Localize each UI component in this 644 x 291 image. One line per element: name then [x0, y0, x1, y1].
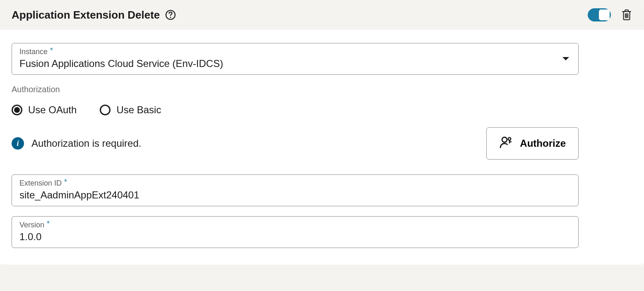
- authorization-info-text: Authorization is required.: [31, 138, 141, 149]
- authorize-button[interactable]: Authorize: [486, 127, 579, 160]
- instance-value: Fusion Applications Cloud Service (Env-I…: [19, 58, 571, 69]
- instance-label: Instance: [19, 48, 48, 56]
- radio-use-basic[interactable]: Use Basic: [100, 104, 161, 116]
- delete-icon[interactable]: [621, 9, 632, 21]
- version-field[interactable]: Version *: [12, 216, 579, 248]
- extension-id-field[interactable]: Extension ID *: [12, 174, 579, 206]
- svg-point-1: [170, 17, 171, 18]
- required-indicator: *: [50, 47, 53, 54]
- radio-oauth-label: Use OAuth: [28, 104, 77, 116]
- enable-toggle[interactable]: [588, 8, 611, 21]
- authorization-heading: Authorization: [12, 85, 579, 94]
- authorization-info: i Authorization is required.: [12, 137, 141, 150]
- page-title: Application Extension Delete: [12, 9, 160, 21]
- info-icon: i: [12, 137, 24, 150]
- page-header: Application Extension Delete: [0, 0, 644, 30]
- chevron-down-icon: [562, 55, 570, 63]
- authorize-person-icon: [499, 135, 513, 152]
- radio-selected-icon: [12, 105, 22, 115]
- required-indicator: *: [47, 220, 50, 227]
- extension-id-input[interactable]: [19, 189, 571, 201]
- authorization-radio-group: Use OAuth Use Basic: [12, 104, 579, 116]
- radio-use-oauth[interactable]: Use OAuth: [12, 104, 77, 116]
- radio-unselected-icon: [100, 105, 111, 115]
- instance-dropdown[interactable]: Instance * Fusion Applications Cloud Ser…: [12, 43, 579, 75]
- version-input[interactable]: [19, 231, 571, 243]
- required-indicator: *: [64, 178, 67, 186]
- help-icon[interactable]: [165, 9, 176, 21]
- extension-id-label: Extension ID: [19, 179, 62, 188]
- svg-point-2: [502, 137, 507, 142]
- version-label: Version: [19, 221, 44, 229]
- radio-basic-label: Use Basic: [116, 104, 161, 116]
- authorize-button-label: Authorize: [520, 138, 566, 149]
